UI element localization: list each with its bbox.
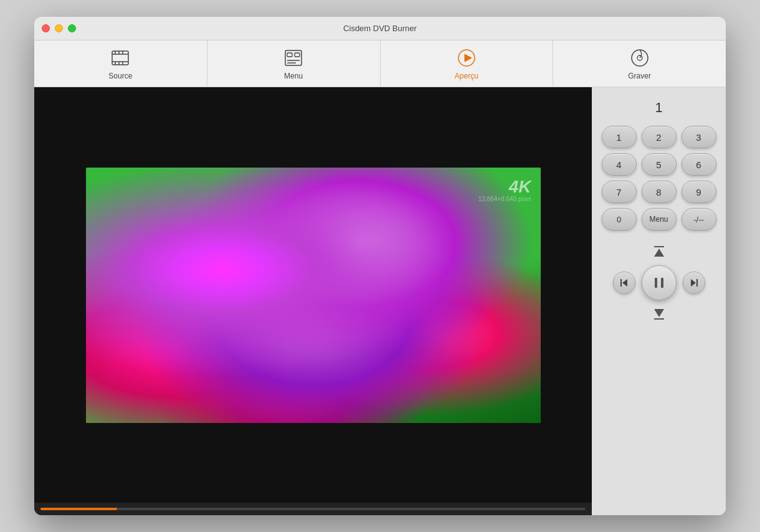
play-icon — [455, 47, 478, 69]
svg-marker-15 — [465, 54, 472, 62]
numpad-1[interactable]: 1 — [602, 126, 637, 148]
main-window: Cisdem DVD Burner Source — [34, 17, 726, 515]
traffic-lights — [42, 24, 76, 32]
numpad-7[interactable]: 7 — [602, 181, 637, 203]
next-icon — [688, 277, 700, 288]
svg-marker-25 — [691, 279, 696, 287]
numpad-4[interactable]: 4 — [602, 153, 637, 176]
video-frame: 4K 13,864×8,640 pixel — [86, 168, 541, 423]
numpad-8[interactable]: 8 — [642, 181, 677, 203]
skip-down-button[interactable] — [649, 305, 669, 323]
numpad-3[interactable]: 3 — [682, 126, 716, 148]
numpad-9[interactable]: 9 — [682, 181, 716, 203]
titlebar: Cisdem DVD Burner — [34, 17, 726, 40]
transport-row — [613, 265, 705, 300]
channel-display: 1 — [655, 100, 662, 116]
svg-marker-19 — [654, 249, 664, 257]
svg-rect-10 — [287, 53, 292, 57]
maximize-button[interactable] — [68, 24, 76, 32]
tab-menu[interactable]: Menu — [207, 40, 381, 87]
numpad-2[interactable]: 2 — [642, 126, 677, 148]
numpad-6[interactable]: 6 — [682, 153, 716, 176]
previous-button[interactable] — [613, 272, 635, 294]
tab-source[interactable]: Source — [34, 40, 207, 87]
tab-source-label: Source — [108, 72, 132, 80]
next-button[interactable] — [683, 272, 705, 294]
remote-panel: 1 1 2 3 4 5 6 7 8 9 0 Menu -/-- — [592, 87, 726, 515]
close-button[interactable] — [42, 24, 50, 32]
numpad-0[interactable]: 0 — [602, 208, 637, 230]
tab-menu-label: Menu — [284, 72, 303, 80]
video-watermark: 4K — [509, 177, 531, 197]
video-area: 4K 13,864×8,640 pixel — [34, 87, 592, 515]
svg-rect-23 — [661, 278, 663, 288]
svg-rect-11 — [295, 53, 300, 57]
previous-icon — [619, 277, 630, 288]
skip-up-button[interactable] — [649, 243, 669, 260]
video-watermark-sub: 13,864×8,640 pixel — [478, 196, 531, 202]
tab-graver-label: Graver — [628, 72, 651, 80]
svg-marker-21 — [622, 279, 627, 287]
remote-menu-button[interactable]: Menu — [642, 208, 677, 230]
numpad-5[interactable]: 5 — [642, 153, 677, 176]
progress-bar-fill — [40, 508, 117, 510]
transport-controls — [613, 243, 705, 323]
minimize-button[interactable] — [55, 24, 63, 32]
menu-icon — [282, 47, 305, 69]
film-icon — [109, 47, 131, 69]
video-container: 4K 13,864×8,640 pixel — [34, 87, 592, 503]
svg-rect-0 — [112, 51, 128, 65]
burn-icon — [629, 47, 651, 69]
skip-down-icon — [652, 308, 667, 320]
main-content: 4K 13,864×8,640 pixel 1 1 2 3 4 5 6 7 — [34, 87, 726, 515]
video-background — [86, 168, 541, 423]
tab-apercu-label: Aperçu — [455, 72, 478, 80]
svg-rect-22 — [655, 278, 657, 288]
pause-icon — [652, 275, 667, 290]
remote-dash-button[interactable]: -/-- — [682, 208, 716, 230]
skip-up-icon — [652, 245, 667, 258]
tabbar: Source Menu Aperçu — [34, 40, 726, 87]
svg-marker-26 — [654, 309, 664, 317]
special-row: 0 Menu -/-- — [602, 208, 716, 230]
progress-bar-track[interactable] — [40, 508, 586, 510]
progress-bar-container[interactable] — [34, 503, 592, 515]
tab-graver[interactable]: Graver — [553, 40, 726, 87]
tab-apercu[interactable]: Aperçu — [381, 40, 554, 87]
play-pause-button[interactable] — [642, 265, 677, 300]
numpad: 1 2 3 4 5 6 7 8 9 — [602, 126, 716, 203]
window-title: Cisdem DVD Burner — [343, 24, 417, 33]
